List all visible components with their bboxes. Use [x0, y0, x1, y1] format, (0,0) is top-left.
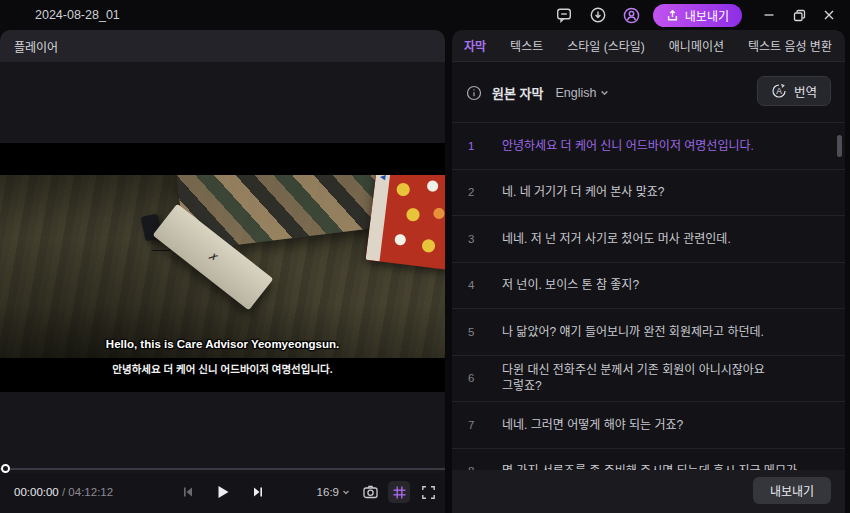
subtitle-row[interactable]: 7네네. 그러면 어떻게 해야 되는 거죠?: [452, 402, 845, 449]
snapshot-button[interactable]: [359, 481, 381, 503]
translate-button[interactable]: A 번역: [757, 76, 831, 106]
footer-export-label: 내보내기: [770, 482, 814, 499]
export-button-label: 내보내기: [685, 7, 729, 24]
row-text[interactable]: 저 넌이. 보이스 톤 참 좋지?: [502, 277, 639, 293]
feedback-icon[interactable]: [551, 2, 577, 28]
tab-3[interactable]: 애니메이션: [669, 37, 724, 54]
subtitle-list: 1안녕하세요 더 케어 신니 어드바이저 여명선입니다.2네. 네 거기가 더 …: [452, 122, 845, 513]
red-flyer: ◀: [366, 175, 445, 270]
row-number: 4: [468, 279, 488, 291]
seek-handle[interactable]: [1, 464, 10, 473]
export-button[interactable]: 내보내기: [653, 4, 742, 27]
subtitle-header-row: 원본 자막 English A 번역: [452, 63, 845, 122]
video-viewport[interactable]: ◀ ✗ Hello, this is Care Advisor Yeomyeon…: [0, 143, 445, 392]
prev-frame-button[interactable]: [177, 481, 199, 503]
translate-button-label: 번역: [794, 82, 817, 101]
translate-icon: A: [771, 83, 787, 99]
download-icon[interactable]: [585, 2, 611, 28]
row-number: 5: [468, 326, 488, 338]
video-subtitle-ko: 안녕하세요 더 케어 신니 어드바이저 여명선입니다.: [0, 361, 445, 376]
card-logo: ✗: [206, 249, 220, 264]
row-number: 2: [468, 186, 488, 198]
subtitle-row[interactable]: 1안녕하세요 더 케어 신니 어드바이저 여명선입니다.: [452, 123, 845, 170]
row-number: 3: [468, 233, 488, 245]
row-text[interactable]: 안녕하세요 더 케어 신니 어드바이저 여명선입니다.: [502, 138, 754, 154]
video-frame: ◀ ✗ Hello, this is Care Advisor Yeomyeon…: [0, 175, 445, 358]
close-button[interactable]: [816, 2, 842, 28]
row-text[interactable]: 네. 네 거기가 더 케어 본사 맞죠?: [502, 184, 665, 200]
subtitle-row[interactable]: 4저 넌이. 보이스 톤 참 좋지?: [452, 263, 845, 310]
chevron-down-icon: [342, 488, 350, 496]
player-header-label: 플레이어: [14, 38, 58, 55]
row-number: 6: [468, 372, 488, 384]
subtitle-row[interactable]: 6다윈 대신 전화주신 분께서 기존 회원이 아니시잖아요 그렇죠?: [452, 356, 845, 403]
panel-footer: 내보내기: [452, 470, 845, 513]
language-value: English: [555, 86, 596, 100]
seek-track[interactable]: [0, 468, 445, 470]
player-controls-bar: 00:00:00 / 04:12:12 16:9: [0, 473, 445, 513]
row-text[interactable]: 다윈 대신 전화주신 분께서 기존 회원이 아니시잖아요 그렇죠?: [502, 362, 765, 394]
tab-1[interactable]: 텍스트: [510, 37, 543, 54]
row-text[interactable]: 네네. 그러면 어떻게 해야 되는 거죠?: [502, 417, 683, 433]
tab-4[interactable]: 텍스트 음성 변환: [748, 37, 832, 54]
row-number: 7: [468, 419, 488, 431]
restore-button[interactable]: [786, 2, 812, 28]
fullscreen-button[interactable]: [417, 481, 439, 503]
svg-text:A: A: [776, 86, 782, 96]
aspect-ratio-select[interactable]: 16:9: [317, 486, 350, 498]
aspect-ratio-value: 16:9: [317, 486, 339, 498]
window-title: 2024-08-28_01: [35, 8, 120, 22]
original-subtitle-title: 원본 자막: [492, 83, 543, 102]
tab-0[interactable]: 자막: [464, 37, 486, 54]
account-icon[interactable]: [619, 2, 645, 28]
player-header: 플레이어: [0, 30, 445, 62]
panel-tabs: 자막텍스트스타일 (스타일)애니메이션텍스트 음성 변환: [452, 30, 845, 62]
seek-slider[interactable]: [0, 465, 445, 473]
footer-export-button[interactable]: 내보내기: [753, 477, 831, 504]
row-text[interactable]: 네네. 저 넌 저거 사기로 첬어도 머사 관련인데.: [502, 231, 731, 247]
minimize-button[interactable]: [756, 2, 782, 28]
upload-icon: [666, 9, 679, 22]
chevron-down-icon: [600, 88, 609, 97]
video-subtitle-en: Hello, this is Care Advisor Yeomyeongsun…: [0, 338, 445, 350]
player-panel: 플레이어 ◀ ✗ Hello, this is Care Advisor Yeo…: [0, 30, 445, 513]
row-number: 1: [468, 140, 488, 152]
flyer-graphics: [382, 175, 445, 267]
row-text[interactable]: 나 닮았어? 얘기 들어보니까 완전 회원제라고 하던데.: [502, 324, 764, 340]
subtitle-row[interactable]: 3네네. 저 넌 저거 사기로 첬어도 머사 관련인데.: [452, 216, 845, 263]
next-frame-button[interactable]: [247, 481, 269, 503]
subtitle-panel: 자막텍스트스타일 (스타일)애니메이션텍스트 음성 변환 원본 자막 Engli…: [452, 30, 845, 513]
info-icon[interactable]: [466, 85, 482, 101]
scrollbar-thumb[interactable]: [837, 135, 842, 157]
title-bar: 2024-08-28_01: [0, 0, 850, 30]
tab-2[interactable]: 스타일 (스타일): [567, 37, 645, 54]
language-select[interactable]: English: [555, 86, 609, 100]
subtitle-row[interactable]: 2네. 네 거기가 더 케어 본사 맞죠?: [452, 170, 845, 217]
play-button[interactable]: [212, 481, 234, 503]
subtitle-row[interactable]: 5나 닮았어? 얘기 들어보니까 완전 회원제라고 하던데.: [452, 309, 845, 356]
grid-button[interactable]: [388, 481, 410, 503]
